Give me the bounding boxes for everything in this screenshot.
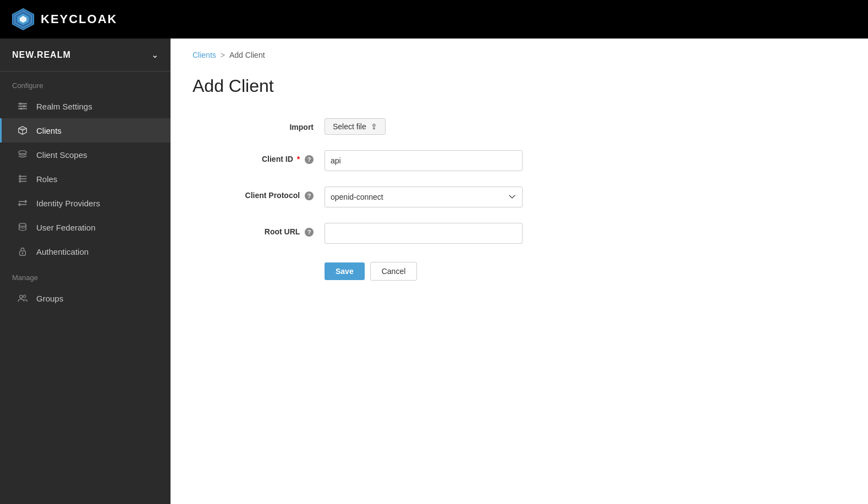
sidebar-item-label-authentication: Authentication (36, 247, 89, 256)
root-url-row: Root URL ? (193, 223, 688, 244)
chevron-down-icon: ⌄ (151, 50, 158, 60)
svg-point-18 (19, 223, 26, 226)
client-protocol-row: Client Protocol ? openid-connect saml (193, 187, 688, 207)
import-label: Import (193, 118, 325, 132)
svg-point-11 (19, 151, 26, 154)
client-id-row: Client ID * ? (193, 150, 688, 171)
logo-text: KEYCLOAK (41, 12, 117, 26)
client-id-input[interactable] (325, 150, 523, 171)
svg-rect-6 (18, 108, 27, 109)
exchange-icon (17, 198, 29, 208)
client-protocol-help-icon[interactable]: ? (305, 191, 314, 200)
sidebar-item-roles[interactable]: Roles (0, 167, 171, 191)
root-url-control (325, 223, 688, 244)
svg-point-8 (23, 105, 25, 107)
svg-point-7 (19, 103, 21, 105)
client-protocol-control: openid-connect saml (325, 187, 688, 207)
sidebar-item-label-client-scopes: Client Scopes (36, 150, 87, 160)
sidebar-item-label-roles: Roles (36, 174, 57, 184)
form-actions: Save Cancel (325, 259, 688, 281)
breadcrumb: Clients > Add Client (193, 39, 846, 65)
svg-rect-5 (18, 106, 27, 107)
sliders-icon (17, 101, 29, 111)
sidebar-item-client-scopes[interactable]: Client Scopes (0, 143, 171, 167)
sidebar-item-user-federation[interactable]: User Federation (0, 215, 171, 239)
sidebar-item-label-identity-providers: Identity Providers (36, 199, 100, 208)
svg-point-9 (20, 108, 22, 110)
save-button[interactable]: Save (325, 262, 365, 280)
client-id-label: Client ID * ? (193, 150, 325, 164)
sidebar: NEW.REALM ⌄ Configure Realm Settings (0, 39, 171, 504)
client-protocol-select[interactable]: openid-connect saml (325, 187, 523, 207)
root-url-input[interactable] (325, 223, 523, 244)
import-row: Import Select file ⇪ (193, 118, 688, 135)
svg-point-21 (20, 295, 23, 298)
cancel-button[interactable]: Cancel (370, 262, 417, 281)
page-title: Add Client (193, 76, 846, 96)
svg-point-20 (22, 253, 24, 254)
sidebar-item-label-clients: Clients (36, 126, 62, 135)
layers-icon (17, 150, 29, 160)
users-icon (17, 293, 29, 303)
manage-section-label: Manage (0, 264, 171, 286)
content-area: Clients > Add Client Add Client Import S… (171, 39, 868, 504)
import-control: Select file ⇪ (325, 118, 688, 135)
sidebar-item-groups[interactable]: Groups (0, 286, 171, 310)
required-marker: * (297, 155, 300, 163)
sidebar-item-identity-providers[interactable]: Identity Providers (0, 191, 171, 215)
breadcrumb-current: Add Client (229, 51, 265, 59)
sidebar-item-clients[interactable]: Clients (0, 118, 171, 143)
configure-section-label: Configure (0, 72, 171, 94)
client-protocol-label: Client Protocol ? (193, 187, 325, 200)
realm-name: NEW.REALM (12, 50, 71, 60)
add-client-form: Import Select file ⇪ Client ID * ? (193, 118, 688, 281)
sidebar-item-label-realm-settings: Realm Settings (36, 102, 92, 111)
realm-selector[interactable]: NEW.REALM ⌄ (0, 39, 171, 72)
svg-rect-4 (18, 103, 27, 105)
breadcrumb-clients-link[interactable]: Clients (193, 51, 216, 59)
topbar: KEYCLOAK (0, 0, 868, 39)
lock-icon (17, 246, 29, 256)
select-file-label: Select file (333, 122, 366, 131)
sidebar-item-label-user-federation: User Federation (36, 223, 96, 232)
breadcrumb-separator: > (221, 51, 225, 59)
sidebar-item-authentication[interactable]: Authentication (0, 239, 171, 264)
cube-icon (17, 125, 29, 135)
logo: KEYCLOAK (11, 7, 117, 31)
keycloak-logo-icon (11, 7, 35, 31)
client-id-control (325, 150, 688, 171)
select-file-button[interactable]: Select file ⇪ (325, 118, 386, 135)
main-layout: NEW.REALM ⌄ Configure Realm Settings (0, 39, 868, 504)
svg-point-22 (23, 295, 26, 298)
upload-icon: ⇪ (371, 122, 377, 131)
sidebar-item-label-groups: Groups (36, 294, 63, 303)
root-url-label: Root URL ? (193, 223, 325, 237)
client-id-help-icon[interactable]: ? (305, 155, 314, 164)
database-icon (17, 222, 29, 232)
roles-icon (17, 174, 29, 184)
sidebar-item-realm-settings[interactable]: Realm Settings (0, 94, 171, 118)
root-url-help-icon[interactable]: ? (305, 228, 314, 237)
